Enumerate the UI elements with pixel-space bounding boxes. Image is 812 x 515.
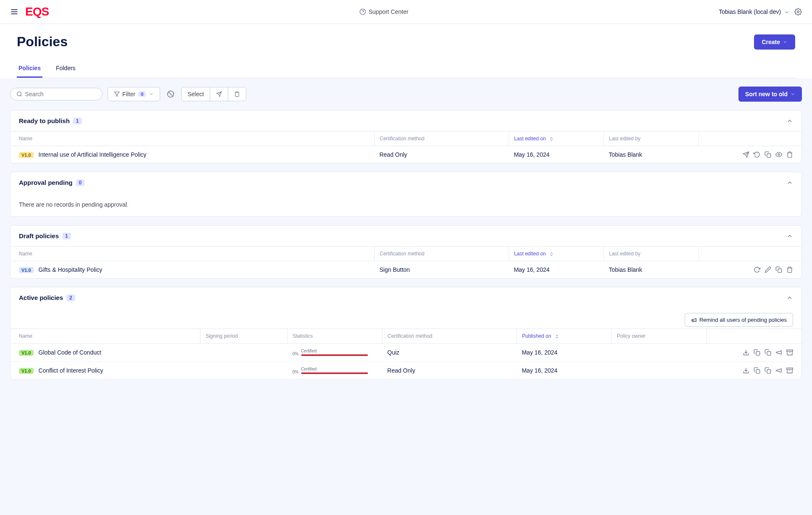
- filter-icon: [114, 91, 120, 97]
- content: Ready to publish 1 Name Certification me…: [0, 110, 812, 405]
- support-center-link[interactable]: Support Center: [359, 8, 409, 15]
- col-edited-on[interactable]: Last edited on: [509, 131, 604, 146]
- col-owner[interactable]: Policy owner: [612, 329, 707, 344]
- revert-icon[interactable]: [754, 151, 760, 158]
- select-button[interactable]: Select: [182, 87, 210, 101]
- remind-icon[interactable]: [775, 349, 782, 356]
- policy-owner: [612, 344, 707, 362]
- section-header[interactable]: Draft policies 1: [11, 226, 801, 246]
- col-actions: [699, 131, 801, 146]
- copy-icon[interactable]: [754, 349, 760, 356]
- edited-by: Tobias Blank: [604, 261, 699, 279]
- bulk-send-button[interactable]: [210, 87, 228, 101]
- section-header[interactable]: Ready to publish 1: [11, 110, 801, 131]
- svg-rect-24: [756, 370, 760, 373]
- col-edited-on[interactable]: Last edited on: [509, 247, 604, 261]
- col-cert[interactable]: Certification method: [382, 329, 517, 344]
- archive-icon[interactable]: [786, 367, 793, 374]
- section-ready-to-publish: Ready to publish 1 Name Certification me…: [10, 110, 802, 163]
- sort-label: Sort new to old: [745, 91, 788, 97]
- chevron-up-icon: [786, 179, 793, 186]
- col-cert[interactable]: Certification method: [374, 247, 509, 261]
- col-name[interactable]: Name: [11, 329, 200, 344]
- col-name[interactable]: Name: [11, 247, 374, 261]
- section-header[interactable]: Approval pending 0: [11, 172, 801, 193]
- delete-icon[interactable]: [786, 266, 793, 273]
- create-label: Create: [762, 39, 780, 45]
- sort-icon: [549, 137, 554, 142]
- col-published[interactable]: Published on: [517, 329, 612, 344]
- cert-method: Read Only: [382, 362, 517, 380]
- col-edited-by[interactable]: Last edited by: [604, 247, 699, 261]
- download-icon[interactable]: [743, 349, 749, 356]
- stats-bar: [301, 354, 368, 356]
- cert-method: Quiz: [382, 344, 517, 362]
- search-box[interactable]: [10, 88, 103, 100]
- svg-point-5: [797, 11, 799, 13]
- filter-button[interactable]: Filter 0: [108, 87, 160, 101]
- version-tag: V1.0: [19, 350, 34, 356]
- download-icon[interactable]: [743, 367, 749, 374]
- search-icon: [16, 91, 22, 97]
- table-row[interactable]: V1.0 Gifts & Hospitality Policy Sign But…: [11, 261, 801, 279]
- active-table: Name Signing period Statistics Certifica…: [11, 328, 801, 379]
- delete-icon[interactable]: [786, 151, 793, 158]
- remind-all-button[interactable]: Remind all users of pending policies: [685, 313, 793, 327]
- sort-button[interactable]: Sort new to old: [738, 87, 802, 102]
- support-center-label: Support Center: [369, 8, 409, 15]
- bulk-delete-button[interactable]: [228, 87, 246, 101]
- svg-rect-26: [787, 368, 793, 369]
- table-row[interactable]: V1.0 Global Code of Conduct 0% Certified: [11, 344, 801, 362]
- svg-rect-17: [778, 269, 782, 273]
- page-title: Policies: [17, 34, 68, 50]
- duplicate-icon[interactable]: [765, 367, 771, 374]
- col-edited-by[interactable]: Last edited by: [604, 131, 699, 146]
- user-name: Tobias Blank (local dev): [719, 8, 781, 15]
- user-menu[interactable]: Tobias Blank (local dev): [719, 8, 789, 15]
- col-cert[interactable]: Certification method: [374, 131, 509, 146]
- col-signing[interactable]: Signing period: [200, 329, 287, 344]
- publish-icon[interactable]: [743, 151, 749, 158]
- svg-rect-20: [767, 352, 771, 355]
- section-count: 0: [76, 179, 85, 186]
- sort-icon: [549, 252, 554, 257]
- tab-policies[interactable]: Policies: [17, 60, 42, 78]
- duplicate-icon[interactable]: [765, 349, 771, 356]
- stats-bar: [301, 372, 368, 374]
- chevron-up-icon: [786, 118, 793, 124]
- edit-icon[interactable]: [765, 266, 771, 273]
- table-row[interactable]: V1.0 Internal use of Artificial Intellig…: [11, 146, 801, 163]
- create-button[interactable]: Create: [754, 34, 795, 50]
- logo[interactable]: EQS: [25, 5, 49, 18]
- chevron-up-icon: [786, 233, 793, 239]
- refresh-icon[interactable]: [754, 266, 760, 273]
- col-name[interactable]: Name: [11, 131, 374, 146]
- tab-folders[interactable]: Folders: [54, 60, 77, 78]
- copy-icon[interactable]: [765, 151, 771, 158]
- draft-table: Name Certification method Last edited on…: [11, 246, 801, 278]
- copy-icon[interactable]: [754, 367, 760, 374]
- sort-icon: [554, 334, 559, 339]
- copy-icon[interactable]: [775, 266, 782, 273]
- settings-icon[interactable]: [794, 8, 802, 16]
- col-stats[interactable]: Statistics: [287, 329, 382, 344]
- filter-label: Filter: [122, 91, 135, 97]
- section-header[interactable]: Active policies 2: [11, 287, 801, 308]
- section-count: 2: [66, 294, 75, 301]
- policy-owner: [612, 362, 707, 380]
- col-actions: [707, 329, 801, 344]
- hamburger-menu-icon[interactable]: [10, 8, 18, 16]
- send-icon: [216, 91, 222, 97]
- filter-count: 0: [138, 91, 146, 97]
- archive-icon[interactable]: [786, 349, 793, 356]
- clear-filter-button[interactable]: [165, 89, 176, 100]
- ready-table: Name Certification method Last edited on…: [11, 131, 801, 163]
- remind-icon[interactable]: [775, 367, 782, 374]
- stats-percent: 0%: [293, 352, 298, 356]
- view-icon[interactable]: [775, 151, 782, 158]
- table-row[interactable]: V1.0 Conflict of Interest Policy 0% Cert…: [11, 362, 801, 380]
- section-approval-pending: Approval pending 0 There are no records …: [10, 172, 802, 217]
- svg-rect-19: [756, 352, 760, 355]
- search-input[interactable]: [25, 91, 96, 97]
- chevron-down-icon: [784, 10, 789, 15]
